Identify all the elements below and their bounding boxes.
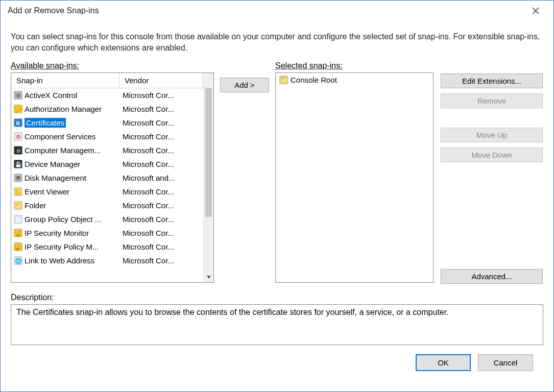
snapin-name-text: Authorization Manager <box>25 105 102 113</box>
snapin-name-cell: ⚙Component Services <box>11 132 119 141</box>
snapin-row[interactable]: 🔒IP Security MonitorMicrosoft Cor... <box>11 226 203 240</box>
snapin-name-text: IP Security Monitor <box>25 229 89 237</box>
snapin-vendor-cell: Microsoft Cor... <box>119 215 203 224</box>
window-title: Add or Remove Snap-ins <box>8 6 99 15</box>
ok-button[interactable]: OK <box>416 354 471 371</box>
snapin-vendor-cell: Microsoft Cor... <box>119 187 203 196</box>
snapin-row[interactable]: ⚙Component ServicesMicrosoft Cor... <box>11 130 203 143</box>
tree-item-label: Console Root <box>291 76 337 84</box>
snapin-name-cell: 💾Device Manager <box>11 160 119 169</box>
snapin-vendor-cell: Microsoft Cor... <box>119 229 203 237</box>
description-label: Description: <box>11 293 543 302</box>
close-button[interactable] <box>524 3 547 18</box>
scroll-up-icon[interactable] <box>203 73 213 88</box>
cancel-button[interactable]: Cancel <box>478 354 533 371</box>
snapin-row[interactable]: 📁FolderMicrosoft Cor... <box>11 199 203 212</box>
snapin-row[interactable]: 📄Group Policy Object ...Microsoft Cor... <box>11 212 203 226</box>
snapin-row[interactable]: 🖥Computer Managem...Microsoft Cor... <box>11 143 203 157</box>
scroll-down-icon[interactable] <box>204 272 213 282</box>
remove-button[interactable]: Remove <box>441 93 543 108</box>
snapin-name-text: Folder <box>25 201 46 210</box>
move-up-button[interactable]: Move Up <box>441 128 543 142</box>
advanced-button[interactable]: Advanced... <box>441 269 543 284</box>
right-button-column: Edit Extensions... Remove Move Up Move D… <box>433 61 544 284</box>
device-icon: 💾 <box>13 160 22 169</box>
svg-text:⚙: ⚙ <box>15 92 20 99</box>
svg-text:📄: 📄 <box>14 216 21 223</box>
folder-icon: 📁 <box>13 201 22 210</box>
snapin-row[interactable]: 🔐IP Security Policy M...Microsoft Cor... <box>11 240 203 254</box>
svg-text:📁: 📁 <box>280 76 287 83</box>
dialog-footer: OK Cancel <box>11 345 543 371</box>
svg-text:⛃: ⛃ <box>16 175 20 181</box>
add-button[interactable]: Add > <box>220 78 269 92</box>
svg-text:🔑: 🔑 <box>14 106 21 113</box>
snapin-name-text: Event Viewer <box>25 187 69 196</box>
svg-text:🔐: 🔐 <box>14 243 21 251</box>
snapin-name-cell: 🌐Link to Web Address <box>11 256 119 265</box>
close-icon <box>532 7 539 14</box>
svg-text:🗎: 🗎 <box>15 120 21 126</box>
intro-text: You can select snap-ins for this console… <box>11 31 543 53</box>
svg-text:🌐: 🌐 <box>14 257 21 264</box>
selected-label: Selected snap-ins: <box>275 61 433 70</box>
columns: Available snap-ins: Snap-in Vendor ⚙Acti… <box>11 61 543 284</box>
snapin-name-cell: 🔑Authorization Manager <box>11 105 119 114</box>
snapin-vendor-cell: Microsoft Cor... <box>119 118 203 127</box>
column-header-vendor[interactable]: Vendor <box>119 73 203 88</box>
dialog-content: You can select snap-ins for this console… <box>1 21 553 391</box>
snapin-row[interactable]: ⛃Disk ManagementMicrosoft and... <box>11 171 203 185</box>
snapin-row[interactable]: ⚙ActiveX ControlMicrosoft Cor... <box>11 88 203 102</box>
svg-text:📒: 📒 <box>14 188 21 195</box>
snapin-vendor-cell: Microsoft Cor... <box>119 146 203 155</box>
tree-item-console-root[interactable]: 📁 Console Root <box>279 75 430 84</box>
snapin-vendor-cell: Microsoft Cor... <box>119 242 203 251</box>
snapin-name-text: Certificates <box>25 118 66 128</box>
cert-icon: 🗎 <box>13 118 22 128</box>
snapin-row[interactable]: 🗎CertificatesMicrosoft Cor... <box>11 116 203 130</box>
snapin-name-cell: ⛃Disk Management <box>11 174 119 183</box>
available-rows: ⚙ActiveX ControlMicrosoft Cor...🔑Authori… <box>11 88 203 282</box>
computer-icon: 🖥 <box>13 146 22 155</box>
snapin-name-cell: ⚙ActiveX Control <box>11 91 119 100</box>
available-column: Available snap-ins: Snap-in Vendor ⚙Acti… <box>11 61 214 283</box>
snapin-name-cell: 🖥Computer Managem... <box>11 146 119 155</box>
svg-text:🔒: 🔒 <box>14 230 21 237</box>
edit-extensions-button[interactable]: Edit Extensions... <box>441 74 543 88</box>
link-icon: 🌐 <box>13 256 22 265</box>
gpo-icon: 📄 <box>13 215 22 224</box>
snapin-name-cell: 🗎Certificates <box>11 118 119 128</box>
scrollbar-thumb[interactable] <box>205 88 212 217</box>
selected-column: Selected snap-ins: 📁 Console Root <box>275 61 433 283</box>
snapin-vendor-cell: Microsoft Cor... <box>119 105 203 113</box>
snapin-row[interactable]: 📒Event ViewerMicrosoft Cor... <box>11 185 203 199</box>
snapin-name-text: Group Policy Object ... <box>25 215 101 224</box>
snapin-name-cell: 📁Folder <box>11 201 119 210</box>
available-label: Available snap-ins: <box>11 61 214 70</box>
move-down-button[interactable]: Move Down <box>441 148 543 162</box>
titlebar: Add or Remove Snap-ins <box>1 1 553 21</box>
svg-marker-29 <box>207 276 211 279</box>
snapin-vendor-cell: Microsoft Cor... <box>119 160 203 168</box>
disk-icon: ⛃ <box>13 174 22 183</box>
available-listbox[interactable]: Snap-in Vendor ⚙ActiveX ControlMicrosoft… <box>11 72 214 283</box>
snapin-row[interactable]: 🔑Authorization ManagerMicrosoft Cor... <box>11 102 203 116</box>
description-text: The Certificates snap-in allows you to b… <box>16 308 449 316</box>
component-icon: ⚙ <box>13 132 22 141</box>
ipsec-pol-icon: 🔐 <box>13 242 22 252</box>
snapin-row[interactable]: 💾Device ManagerMicrosoft Cor... <box>11 157 203 171</box>
snapin-name-text: ActiveX Control <box>25 91 77 100</box>
snapin-vendor-cell: Microsoft Cor... <box>119 201 203 210</box>
snapin-row[interactable]: 🌐Link to Web AddressMicrosoft Cor... <box>11 254 203 267</box>
scrollbar-vertical[interactable] <box>203 88 213 282</box>
snapin-name-text: Computer Managem... <box>25 146 101 155</box>
column-header-snapin[interactable]: Snap-in <box>11 73 119 88</box>
snapin-name-text: Disk Management <box>25 174 86 182</box>
snapin-name-cell: 🔒IP Security Monitor <box>11 229 119 238</box>
snapin-name-text: Device Manager <box>25 160 80 168</box>
console-root-icon: 📁 <box>279 75 288 84</box>
selected-treebox[interactable]: 📁 Console Root <box>275 72 433 283</box>
snapin-name-text: IP Security Policy M... <box>25 242 99 251</box>
snapin-vendor-cell: Microsoft and... <box>119 174 203 182</box>
dialog-window: Add or Remove Snap-ins You can select sn… <box>0 0 554 392</box>
